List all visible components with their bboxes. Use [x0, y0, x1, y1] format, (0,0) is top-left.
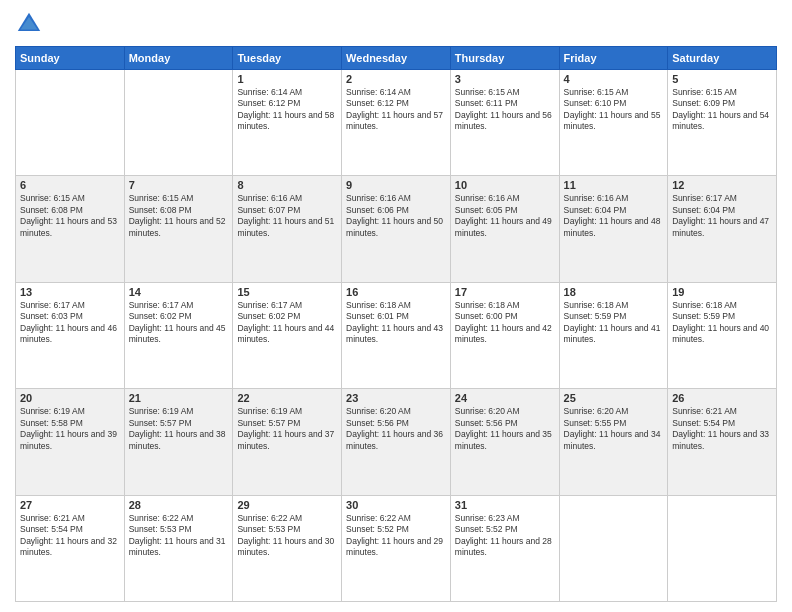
calendar-day-cell: 10Sunrise: 6:16 AM Sunset: 6:05 PM Dayli…: [450, 176, 559, 282]
day-number: 10: [455, 179, 555, 191]
day-number: 11: [564, 179, 664, 191]
day-info: Sunrise: 6:17 AM Sunset: 6:02 PM Dayligh…: [237, 300, 337, 346]
day-number: 6: [20, 179, 120, 191]
calendar-week-row: 27Sunrise: 6:21 AM Sunset: 5:54 PM Dayli…: [16, 495, 777, 601]
logo-icon: [15, 10, 43, 38]
logo: [15, 10, 47, 38]
day-number: 16: [346, 286, 446, 298]
calendar-day-cell: [124, 70, 233, 176]
page: SundayMondayTuesdayWednesdayThursdayFrid…: [0, 0, 792, 612]
day-number: 7: [129, 179, 229, 191]
calendar-week-row: 6Sunrise: 6:15 AM Sunset: 6:08 PM Daylig…: [16, 176, 777, 282]
day-info: Sunrise: 6:20 AM Sunset: 5:55 PM Dayligh…: [564, 406, 664, 452]
calendar-day-cell: 1Sunrise: 6:14 AM Sunset: 6:12 PM Daylig…: [233, 70, 342, 176]
day-number: 15: [237, 286, 337, 298]
day-number: 14: [129, 286, 229, 298]
day-info: Sunrise: 6:16 AM Sunset: 6:06 PM Dayligh…: [346, 193, 446, 239]
calendar-day-cell: 26Sunrise: 6:21 AM Sunset: 5:54 PM Dayli…: [668, 389, 777, 495]
day-info: Sunrise: 6:23 AM Sunset: 5:52 PM Dayligh…: [455, 513, 555, 559]
day-info: Sunrise: 6:16 AM Sunset: 6:07 PM Dayligh…: [237, 193, 337, 239]
calendar-day-cell: 4Sunrise: 6:15 AM Sunset: 6:10 PM Daylig…: [559, 70, 668, 176]
day-info: Sunrise: 6:22 AM Sunset: 5:52 PM Dayligh…: [346, 513, 446, 559]
calendar-day-cell: 16Sunrise: 6:18 AM Sunset: 6:01 PM Dayli…: [342, 282, 451, 388]
day-of-week-header: Monday: [124, 47, 233, 70]
day-info: Sunrise: 6:21 AM Sunset: 5:54 PM Dayligh…: [20, 513, 120, 559]
calendar-day-cell: [668, 495, 777, 601]
day-info: Sunrise: 6:22 AM Sunset: 5:53 PM Dayligh…: [129, 513, 229, 559]
calendar-day-cell: 8Sunrise: 6:16 AM Sunset: 6:07 PM Daylig…: [233, 176, 342, 282]
calendar-day-cell: 27Sunrise: 6:21 AM Sunset: 5:54 PM Dayli…: [16, 495, 125, 601]
calendar-day-cell: 5Sunrise: 6:15 AM Sunset: 6:09 PM Daylig…: [668, 70, 777, 176]
calendar-day-cell: 29Sunrise: 6:22 AM Sunset: 5:53 PM Dayli…: [233, 495, 342, 601]
day-number: 4: [564, 73, 664, 85]
day-number: 29: [237, 499, 337, 511]
day-number: 22: [237, 392, 337, 404]
calendar-day-cell: 25Sunrise: 6:20 AM Sunset: 5:55 PM Dayli…: [559, 389, 668, 495]
calendar-day-cell: 21Sunrise: 6:19 AM Sunset: 5:57 PM Dayli…: [124, 389, 233, 495]
calendar-day-cell: 23Sunrise: 6:20 AM Sunset: 5:56 PM Dayli…: [342, 389, 451, 495]
day-number: 3: [455, 73, 555, 85]
calendar-day-cell: 12Sunrise: 6:17 AM Sunset: 6:04 PM Dayli…: [668, 176, 777, 282]
day-number: 19: [672, 286, 772, 298]
calendar-day-cell: [16, 70, 125, 176]
day-info: Sunrise: 6:15 AM Sunset: 6:09 PM Dayligh…: [672, 87, 772, 133]
calendar-week-row: 1Sunrise: 6:14 AM Sunset: 6:12 PM Daylig…: [16, 70, 777, 176]
day-number: 21: [129, 392, 229, 404]
day-number: 26: [672, 392, 772, 404]
day-info: Sunrise: 6:14 AM Sunset: 6:12 PM Dayligh…: [237, 87, 337, 133]
calendar-day-cell: 28Sunrise: 6:22 AM Sunset: 5:53 PM Dayli…: [124, 495, 233, 601]
day-info: Sunrise: 6:21 AM Sunset: 5:54 PM Dayligh…: [672, 406, 772, 452]
calendar-day-cell: 2Sunrise: 6:14 AM Sunset: 6:12 PM Daylig…: [342, 70, 451, 176]
day-info: Sunrise: 6:20 AM Sunset: 5:56 PM Dayligh…: [346, 406, 446, 452]
day-info: Sunrise: 6:16 AM Sunset: 6:05 PM Dayligh…: [455, 193, 555, 239]
day-info: Sunrise: 6:17 AM Sunset: 6:02 PM Dayligh…: [129, 300, 229, 346]
day-number: 28: [129, 499, 229, 511]
day-info: Sunrise: 6:18 AM Sunset: 6:01 PM Dayligh…: [346, 300, 446, 346]
calendar-day-cell: 24Sunrise: 6:20 AM Sunset: 5:56 PM Dayli…: [450, 389, 559, 495]
day-number: 24: [455, 392, 555, 404]
day-number: 20: [20, 392, 120, 404]
day-number: 30: [346, 499, 446, 511]
day-number: 8: [237, 179, 337, 191]
day-info: Sunrise: 6:17 AM Sunset: 6:03 PM Dayligh…: [20, 300, 120, 346]
calendar-day-cell: 19Sunrise: 6:18 AM Sunset: 5:59 PM Dayli…: [668, 282, 777, 388]
day-of-week-header: Wednesday: [342, 47, 451, 70]
day-info: Sunrise: 6:19 AM Sunset: 5:57 PM Dayligh…: [129, 406, 229, 452]
calendar-week-row: 20Sunrise: 6:19 AM Sunset: 5:58 PM Dayli…: [16, 389, 777, 495]
calendar-day-cell: 18Sunrise: 6:18 AM Sunset: 5:59 PM Dayli…: [559, 282, 668, 388]
day-number: 13: [20, 286, 120, 298]
day-number: 31: [455, 499, 555, 511]
day-of-week-header: Thursday: [450, 47, 559, 70]
day-info: Sunrise: 6:15 AM Sunset: 6:08 PM Dayligh…: [20, 193, 120, 239]
day-number: 23: [346, 392, 446, 404]
calendar-day-cell: 30Sunrise: 6:22 AM Sunset: 5:52 PM Dayli…: [342, 495, 451, 601]
day-of-week-header: Sunday: [16, 47, 125, 70]
calendar-day-cell: 11Sunrise: 6:16 AM Sunset: 6:04 PM Dayli…: [559, 176, 668, 282]
day-info: Sunrise: 6:18 AM Sunset: 5:59 PM Dayligh…: [672, 300, 772, 346]
calendar-day-cell: 15Sunrise: 6:17 AM Sunset: 6:02 PM Dayli…: [233, 282, 342, 388]
day-info: Sunrise: 6:18 AM Sunset: 6:00 PM Dayligh…: [455, 300, 555, 346]
calendar-day-cell: 3Sunrise: 6:15 AM Sunset: 6:11 PM Daylig…: [450, 70, 559, 176]
day-number: 25: [564, 392, 664, 404]
calendar-day-cell: 7Sunrise: 6:15 AM Sunset: 6:08 PM Daylig…: [124, 176, 233, 282]
day-of-week-header: Saturday: [668, 47, 777, 70]
calendar-day-cell: 22Sunrise: 6:19 AM Sunset: 5:57 PM Dayli…: [233, 389, 342, 495]
header: [15, 10, 777, 38]
day-info: Sunrise: 6:15 AM Sunset: 6:10 PM Dayligh…: [564, 87, 664, 133]
day-info: Sunrise: 6:19 AM Sunset: 5:57 PM Dayligh…: [237, 406, 337, 452]
day-number: 9: [346, 179, 446, 191]
day-info: Sunrise: 6:18 AM Sunset: 5:59 PM Dayligh…: [564, 300, 664, 346]
day-number: 18: [564, 286, 664, 298]
day-info: Sunrise: 6:20 AM Sunset: 5:56 PM Dayligh…: [455, 406, 555, 452]
day-number: 5: [672, 73, 772, 85]
calendar-day-cell: 14Sunrise: 6:17 AM Sunset: 6:02 PM Dayli…: [124, 282, 233, 388]
day-number: 12: [672, 179, 772, 191]
calendar-table: SundayMondayTuesdayWednesdayThursdayFrid…: [15, 46, 777, 602]
calendar-day-cell: 20Sunrise: 6:19 AM Sunset: 5:58 PM Dayli…: [16, 389, 125, 495]
day-number: 1: [237, 73, 337, 85]
day-number: 17: [455, 286, 555, 298]
day-number: 27: [20, 499, 120, 511]
day-info: Sunrise: 6:19 AM Sunset: 5:58 PM Dayligh…: [20, 406, 120, 452]
day-of-week-header: Tuesday: [233, 47, 342, 70]
calendar-day-cell: 9Sunrise: 6:16 AM Sunset: 6:06 PM Daylig…: [342, 176, 451, 282]
